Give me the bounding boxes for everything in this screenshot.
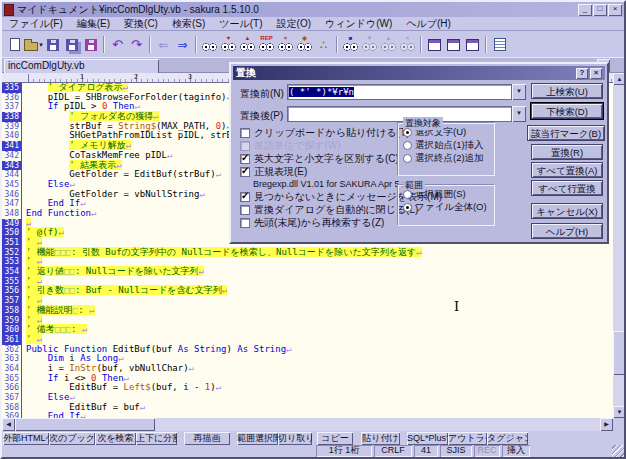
new-file-icon[interactable] (5, 35, 24, 55)
fn-button-select-range[interactable]: 範囲選択開 (237, 432, 278, 445)
checkbox-box[interactable] (240, 128, 250, 138)
sakura-editor-window: マイドキュメント¥incComDlgUty.vb - sakura 1.5.10… (0, 0, 626, 459)
title-bar[interactable]: マイドキュメント¥incComDlgUty.vb - sakura 1.5.10… (2, 2, 624, 17)
radio-circle[interactable] (403, 128, 412, 137)
menu-item-edit[interactable]: 編集(E) (70, 17, 117, 31)
dialog-help-button[interactable]: ? (576, 68, 588, 79)
help-button[interactable]: ヘルプ(H) (531, 223, 603, 239)
menu-item-search[interactable]: 検索(S) (165, 17, 212, 31)
window-title: マイドキュメント¥incComDlgUty.vb - sakura 1.5.10… (17, 3, 574, 17)
dialog-close-button[interactable]: × (590, 68, 602, 79)
jump-next-icon[interactable]: ⇒ (173, 35, 192, 55)
radio-circle[interactable] (403, 203, 412, 212)
fn-button-cut[interactable]: 切り取り (278, 432, 312, 445)
fn-button-paste[interactable]: 貼り付け (361, 432, 400, 445)
checkbox-box[interactable] (240, 192, 250, 202)
redo-icon[interactable]: ↷ (127, 35, 146, 55)
radio-circle[interactable] (403, 154, 412, 163)
replace-button[interactable]: 置換(R) (531, 144, 603, 160)
status-caret-position: 1行 1桁 (316, 445, 372, 457)
scroll-left-icon[interactable]: ◀ (2, 418, 15, 431)
radio-circle[interactable] (403, 141, 412, 150)
minimize-button[interactable]: _ (578, 4, 592, 16)
fn-button-sql-plus[interactable]: SQL*Plusで (407, 432, 448, 445)
vertical-scrollbar[interactable]: ▲ ▼ (613, 73, 626, 418)
tab-inccomdlguty[interactable]: incComDlgUty.vb (4, 59, 159, 73)
line-number: 348 (2, 209, 22, 219)
save-icon[interactable] (43, 35, 62, 55)
code-line: 354' 返り値□□: Nullコードを除いた文字列↵ (2, 267, 613, 277)
checkbox-box[interactable] (240, 141, 250, 151)
checkbox-box[interactable] (240, 167, 250, 177)
replace-dialog-title-bar[interactable]: 置換 ?× (233, 66, 605, 80)
maximize-button[interactable]: □ (593, 4, 607, 16)
menu-bar: ファイル(F)編集(E)変換(C)検索(S)ツール(T)設定(O)ウィンドウ(W… (2, 17, 624, 31)
vertical-scroll-thumb[interactable] (613, 331, 626, 375)
replace-icon[interactable]: REP (257, 35, 276, 55)
type-settings-icon[interactable] (425, 35, 444, 55)
close-button[interactable]: × (608, 4, 622, 16)
fn-button-redraw[interactable]: 再描画 (184, 432, 230, 445)
fn-button-outline[interactable]: アウトライン (448, 432, 487, 445)
horizontal-scrollbar[interactable]: ◀ ▶ (2, 418, 613, 431)
checkbox-box[interactable] (240, 205, 250, 215)
search-up-icon[interactable]: ▲ (238, 35, 257, 55)
save-all-icon[interactable] (62, 35, 81, 55)
save-as-icon[interactable] (81, 35, 100, 55)
menu-item-help[interactable]: ヘルプ(H) (399, 17, 458, 31)
line-number: 355 (2, 277, 22, 287)
fn-button-ext-html[interactable]: 外部HTMLヘ (3, 432, 49, 445)
search-down-button[interactable]: 下検索(D) (531, 103, 603, 119)
word-search-icon[interactable]: ◆ (295, 35, 314, 55)
common-settings-icon[interactable] (444, 35, 463, 55)
scroll-up-icon[interactable]: ▲ (613, 73, 626, 85)
bookmark-clear-icon[interactable]: × (398, 35, 417, 55)
menu-item-window[interactable]: ウィンドウ(W) (318, 17, 399, 31)
fn-button-next-bookmark[interactable]: 次のブックマ (49, 432, 95, 445)
scroll-down-icon[interactable]: ▼ (613, 406, 626, 418)
replace-before-combo[interactable]: ( *' *)*¥r¥n ▼ (287, 84, 526, 100)
cancel-button[interactable]: キャンセル(X) (531, 203, 603, 219)
radio-range[interactable]: ファイル全体(O) (403, 201, 494, 214)
radio-target[interactable]: 選択始点(1)挿入 (403, 139, 494, 152)
bookmark-prev-icon[interactable]: ▲ (379, 35, 398, 55)
search-icon[interactable] (200, 35, 219, 55)
fn-button-copy[interactable]: コピー (317, 432, 353, 445)
menu-item-settings[interactable]: 設定(O) (270, 17, 318, 31)
search-stop-icon[interactable]: × (276, 35, 295, 55)
search-up-button[interactable]: 上検索(U) (531, 83, 603, 99)
resize-grip[interactable] (612, 445, 624, 457)
replace-after-field[interactable] (287, 106, 512, 122)
grep-icon[interactable]: ♥ (219, 35, 238, 55)
code-line: 360' 備考□□□: ↵ (2, 325, 613, 335)
fn-button-split-horizontal[interactable]: 上下に分割 (136, 432, 177, 445)
replace-all-lines-button[interactable]: すべて行置換 (531, 180, 603, 196)
radio-circle[interactable] (403, 190, 412, 199)
outline-icon[interactable] (490, 35, 509, 55)
replace-before-field[interactable]: ( *' *)*¥r¥n (287, 84, 512, 100)
mark-matching-lines-button[interactable]: 該当行マーク(B) (527, 125, 605, 141)
menu-item-file[interactable]: ファイル(F) (2, 17, 70, 31)
menu-item-tool[interactable]: ツール(T) (212, 17, 269, 31)
fn-button-search-next[interactable]: 次を検索 (95, 432, 136, 445)
menu-item-convert[interactable]: 変換(C) (117, 17, 165, 31)
tag-jump-icon[interactable]: ∴ (314, 35, 333, 55)
bookmark-next-icon[interactable]: ▼ (360, 35, 379, 55)
replace-all-button[interactable]: すべて置換(A) (531, 162, 603, 178)
undo-icon[interactable]: ↶ (108, 35, 127, 55)
open-file-icon[interactable]: ▾ (24, 35, 43, 55)
bookmark-set-icon[interactable]: ■ (341, 35, 360, 55)
radio-target[interactable]: 選択終点(2)追加 (403, 152, 494, 165)
horizontal-scroll-thumb[interactable] (15, 418, 155, 431)
checkbox-box[interactable] (240, 218, 250, 228)
checkbox-box[interactable] (240, 154, 250, 164)
jump-prev-icon[interactable]: ⇐ (154, 35, 173, 55)
code-line: 366 EditBuf = Left$(buf, i - 1)↵ (2, 383, 613, 393)
after-label: 置換後(P) (240, 109, 283, 123)
fn-button-tag-jump[interactable]: タグジャンプ (487, 432, 528, 445)
after-dropdown-icon[interactable]: ▼ (512, 106, 526, 122)
before-dropdown-icon[interactable]: ▼ (512, 84, 526, 100)
line-number: 360 (2, 325, 22, 335)
scroll-right-icon[interactable]: ▶ (600, 418, 613, 431)
keyword-settings-icon[interactable] (463, 35, 482, 55)
